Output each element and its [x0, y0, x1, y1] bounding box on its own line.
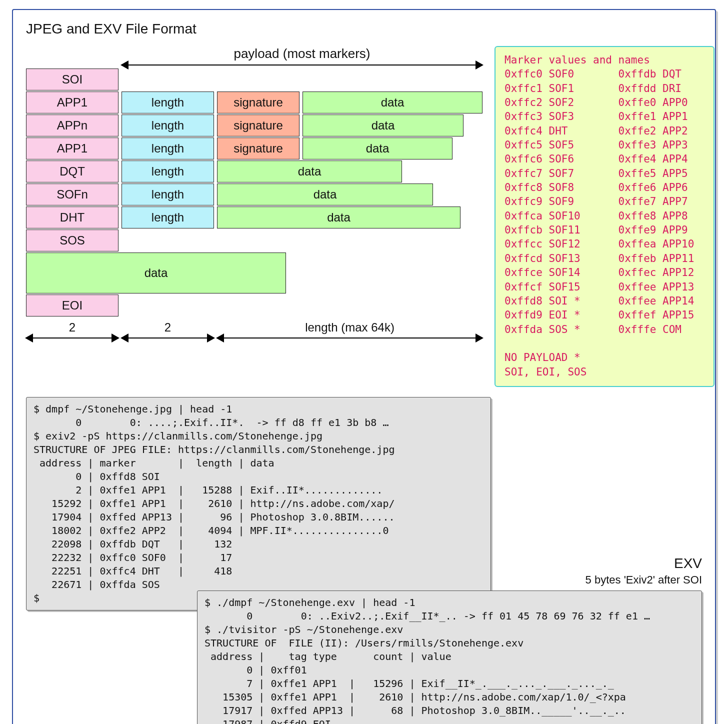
- segment-row: APPnlengthsignaturedata: [26, 114, 482, 136]
- segment-row: APP1lengthsignaturedata: [26, 138, 482, 160]
- diagram-title: JPEG and EXV File Format: [26, 21, 702, 37]
- segment-data: data: [217, 206, 460, 228]
- segment-data: data: [302, 138, 452, 160]
- segment-marker: SOFn: [26, 184, 118, 206]
- exv-heading: EXV: [197, 556, 702, 572]
- segment-data: data: [217, 184, 433, 206]
- scan-data-block: data: [26, 252, 286, 294]
- segment-signature: signature: [217, 114, 300, 136]
- segment-length: length: [122, 206, 214, 228]
- segment-length: length: [122, 184, 214, 206]
- segment-row: APP1lengthsignaturedata: [26, 92, 482, 114]
- segment-marker: EOI: [26, 294, 118, 316]
- byte-scale: 2 2 length (max 64k): [26, 320, 482, 338]
- segment-row: SOS: [26, 230, 482, 252]
- marker-values-box: Marker values and names 0xffc0 SOF0 0xff…: [494, 46, 714, 387]
- segment-signature: signature: [217, 92, 300, 114]
- segment-data: data: [217, 160, 402, 182]
- segment-marker: SOS: [26, 230, 118, 252]
- segment-row: SOI: [26, 68, 482, 90]
- segment-length: length: [122, 160, 214, 182]
- payload-label: payload (most markers): [122, 46, 482, 62]
- diagram-frame: JPEG and EXV File Format payload (most m…: [12, 9, 716, 724]
- segment-marker: DQT: [26, 160, 118, 182]
- segment-marker: DHT: [26, 206, 118, 228]
- jpeg-structure-diagram: payload (most markers) SOIAPP1lengthsign…: [26, 46, 482, 338]
- terminal-exv-dump: $ ./dmpf ~/Stonehenge.exv | head -1 0 0:…: [197, 590, 702, 724]
- segment-row: DQTlengthdata: [26, 160, 482, 182]
- segment-data: data: [302, 114, 464, 136]
- segment-marker: APP1: [26, 138, 118, 160]
- payload-arrow: [122, 64, 482, 66]
- segment-signature: signature: [217, 138, 300, 160]
- segment-data: data: [302, 92, 482, 114]
- segment-row: SOFnlengthdata: [26, 184, 482, 206]
- segment-length: length: [122, 138, 214, 160]
- segment-marker: APPn: [26, 114, 118, 136]
- segment-row: DHTlengthdata: [26, 206, 482, 228]
- segment-length: length: [122, 92, 214, 114]
- segment-marker: SOI: [26, 68, 118, 90]
- segment-length: length: [122, 114, 214, 136]
- exv-subheading: 5 bytes 'Exiv2' after SOI: [197, 574, 702, 586]
- segment-marker: APP1: [26, 92, 118, 114]
